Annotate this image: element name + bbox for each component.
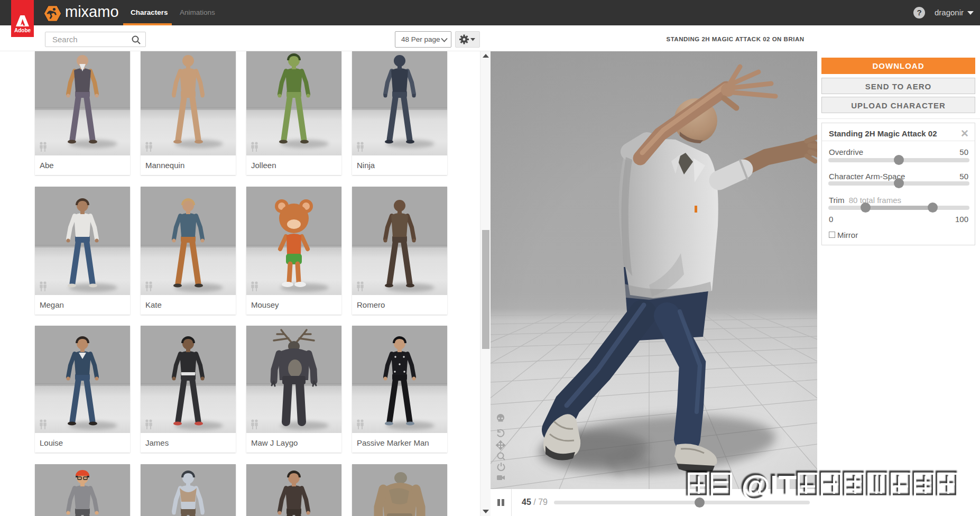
svg-text:Adobe: Adobe (14, 27, 31, 33)
